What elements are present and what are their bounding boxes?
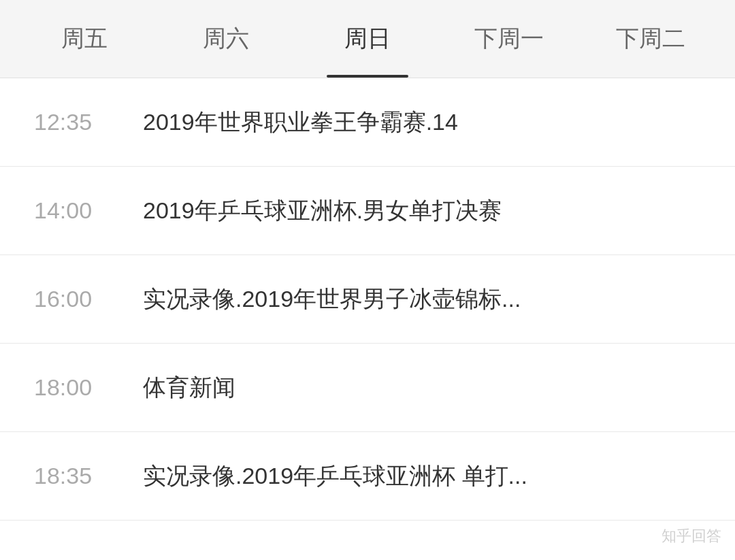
schedule-title-1: 2019年乒乓球亚洲杯.男女单打决赛: [143, 195, 701, 227]
schedule-row-0[interactable]: 12:352019年世界职业拳王争霸赛.14: [0, 78, 735, 167]
schedule-time-4: 18:35: [34, 463, 143, 489]
tab-next-tue[interactable]: 下周二: [580, 0, 721, 78]
watermark: 知乎回答: [662, 526, 721, 546]
schedule-title-2: 实况录像.2019年世界男子冰壶锦标...: [143, 283, 701, 316]
schedule-time-2: 16:00: [34, 286, 143, 312]
schedule-row-4[interactable]: 18:35实况录像.2019年乒乓球亚洲杯 单打...: [0, 432, 735, 521]
tab-next-mon[interactable]: 下周一: [438, 0, 580, 78]
schedule-list: 12:352019年世界职业拳王争霸赛.1414:002019年乒乓球亚洲杯.男…: [0, 78, 735, 521]
schedule-title-3: 体育新闻: [143, 372, 701, 404]
schedule-row-1[interactable]: 14:002019年乒乓球亚洲杯.男女单打决赛: [0, 167, 735, 255]
schedule-row-3[interactable]: 18:00体育新闻: [0, 344, 735, 432]
schedule-title-0: 2019年世界职业拳王争霸赛.14: [143, 106, 701, 139]
tab-fri[interactable]: 周五: [14, 0, 155, 78]
schedule-time-3: 18:00: [34, 374, 143, 401]
tab-sun[interactable]: 周日: [297, 0, 438, 78]
schedule-row-2[interactable]: 16:00实况录像.2019年世界男子冰壶锦标...: [0, 255, 735, 344]
schedule-title-4: 实况录像.2019年乒乓球亚洲杯 单打...: [143, 460, 701, 493]
schedule-time-1: 14:00: [34, 197, 143, 224]
tabs-bar: 周五周六周日下周一下周二: [0, 0, 735, 78]
schedule-time-0: 12:35: [34, 109, 143, 135]
tab-sat[interactable]: 周六: [155, 0, 297, 78]
